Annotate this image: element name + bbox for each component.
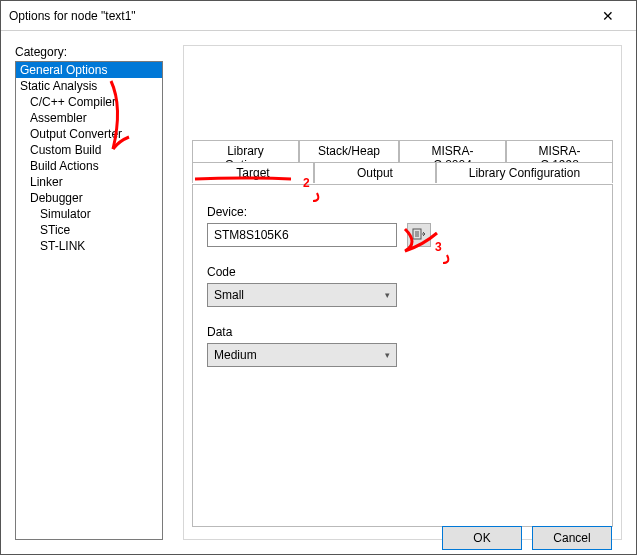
tab-library-configuration[interactable]: Library Configuration [436, 162, 613, 183]
device-input[interactable] [207, 223, 397, 247]
title-bar: Options for node "text1" ✕ [1, 1, 636, 31]
category-item-output-converter[interactable]: Output Converter [16, 126, 162, 142]
code-value: Small [214, 288, 244, 302]
code-label: Code [207, 265, 598, 279]
close-icon[interactable]: ✕ [588, 8, 628, 24]
cancel-button[interactable]: Cancel [532, 526, 612, 550]
category-list[interactable]: General OptionsStatic AnalysisC/C++ Comp… [15, 61, 163, 540]
list-select-icon [412, 228, 426, 242]
tab-body-target: Device: Code Small ▾ Data Medium ▾ [192, 184, 613, 527]
category-item-c-c-compiler[interactable]: C/C++ Compiler [16, 94, 162, 110]
device-label: Device: [207, 205, 598, 219]
dialog-buttons: OK Cancel [442, 526, 612, 550]
options-panel: Library OptionsStack/HeapMISRA-C:2004MIS… [183, 45, 622, 540]
category-item-build-actions[interactable]: Build Actions [16, 158, 162, 174]
category-label: Category: [15, 45, 163, 59]
category-item-general-options[interactable]: General Options [16, 62, 162, 78]
category-item-linker[interactable]: Linker [16, 174, 162, 190]
window-title: Options for node "text1" [9, 9, 588, 23]
tab-target[interactable]: Target [192, 162, 314, 183]
category-item-debugger[interactable]: Debugger [16, 190, 162, 206]
tab-output[interactable]: Output [314, 162, 436, 183]
content: Category: General OptionsStatic Analysis… [1, 31, 636, 554]
category-item-custom-build[interactable]: Custom Build [16, 142, 162, 158]
data-value: Medium [214, 348, 257, 362]
category-item-simulator[interactable]: Simulator [16, 206, 162, 222]
category-column: Category: General OptionsStatic Analysis… [15, 45, 163, 540]
chevron-down-icon: ▾ [385, 350, 390, 360]
data-label: Data [207, 325, 598, 339]
ok-button[interactable]: OK [442, 526, 522, 550]
category-item-assembler[interactable]: Assembler [16, 110, 162, 126]
category-item-st-link[interactable]: ST-LINK [16, 238, 162, 254]
category-item-static-analysis[interactable]: Static Analysis [16, 78, 162, 94]
category-item-stice[interactable]: STice [16, 222, 162, 238]
device-browse-button[interactable] [407, 223, 431, 247]
tab-row-lower: TargetOutputLibrary Configuration [192, 162, 613, 183]
data-combo[interactable]: Medium ▾ [207, 343, 397, 367]
code-combo[interactable]: Small ▾ [207, 283, 397, 307]
chevron-down-icon: ▾ [385, 290, 390, 300]
